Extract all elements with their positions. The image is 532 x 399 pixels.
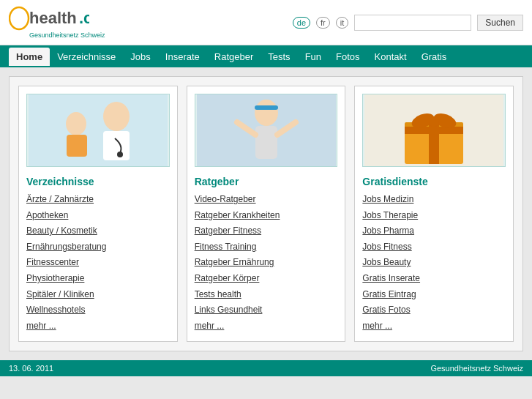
nav-item-gratis[interactable]: Gratis (414, 48, 454, 66)
footer-tagline: Gesundheitsnetz Schweiz (430, 364, 523, 373)
nav-item-jobs[interactable]: Jobs (123, 48, 157, 66)
svg-point-0 (10, 7, 29, 29)
card-link[interactable]: mehr ... (26, 318, 170, 335)
svg-rect-19 (405, 127, 463, 134)
svg-point-8 (117, 152, 123, 157)
svg-rect-11 (255, 105, 278, 110)
card-heading-0[interactable]: Verzeichnisse (26, 176, 170, 187)
card-link[interactable]: Wellnesshotels (26, 302, 170, 318)
logo[interactable]: health .ch (9, 6, 105, 34)
card-link[interactable]: Gratis Eintrag (362, 287, 506, 303)
card-link[interactable]: Fitnesscenter (26, 255, 170, 271)
card-link[interactable]: Spitäler / Kliniken (26, 287, 170, 303)
header: health .ch Gesundheitsnetz Schweiz de fr… (0, 0, 532, 45)
footer: 13. 06. 2011 Gesundheitsnetz Schweiz (0, 360, 532, 376)
card-link[interactable]: Beauty / Kosmetik (26, 223, 170, 239)
lang-de-button[interactable]: de (293, 17, 310, 29)
card-link[interactable]: Ratgeber Fitness (195, 223, 338, 239)
card-link[interactable]: Jobs Beauty (362, 255, 506, 271)
svg-point-4 (103, 102, 130, 131)
card-link[interactable]: Ernährungsberatung (26, 239, 170, 256)
card-link[interactable]: Jobs Fitness (362, 239, 506, 256)
lang-it-button[interactable]: it (336, 17, 349, 29)
card-link[interactable]: Jobs Medizin (362, 192, 506, 208)
logo-svg: health .ch (9, 6, 89, 31)
card-link[interactable]: Gratis Inserate (362, 271, 506, 287)
card-image-2 (362, 94, 506, 167)
card-link[interactable]: Video-Ratgeber (195, 192, 338, 208)
nav-item-fun[interactable]: Fun (298, 48, 329, 66)
svg-text:.ch: .ch (79, 9, 89, 27)
card-image-1 (195, 94, 338, 167)
svg-point-22 (429, 116, 439, 127)
svg-rect-7 (67, 135, 87, 157)
nav-item-home[interactable]: Home (9, 48, 50, 66)
svg-rect-12 (255, 126, 277, 159)
content-wrapper: VerzeichnisseÄrzte / ZahnärzteApothekenB… (9, 76, 523, 351)
card-link[interactable]: Ratgeber Ernährung (195, 255, 338, 271)
nav-item-kontakt[interactable]: Kontakt (367, 48, 414, 66)
header-right: de fr it Suchen (293, 15, 523, 31)
nav-item-ratgeber[interactable]: Ratgeber (207, 48, 261, 66)
card-heading-2[interactable]: Gratisdienste (362, 176, 506, 187)
card-link[interactable]: Fitness Training (195, 239, 338, 256)
svg-rect-3 (29, 94, 168, 166)
main-content: VerzeichnisseÄrzte / ZahnärzteApothekenB… (0, 67, 532, 360)
svg-point-6 (66, 112, 86, 135)
card-link[interactable]: mehr ... (362, 318, 506, 335)
main-nav: HomeVerzeichnisseJobsInserateRatgeberTes… (0, 45, 532, 67)
card-link[interactable]: Jobs Pharma (362, 223, 506, 239)
nav-item-inserate[interactable]: Inserate (158, 48, 207, 66)
card-link[interactable]: Ratgeber Krankheiten (195, 208, 338, 224)
card-ratgeber: RatgeberVideo-RatgeberRatgeber Krankheit… (187, 86, 346, 342)
card-gratisdienste: GratisdiensteJobs MedizinJobs TherapieJo… (354, 86, 514, 342)
card-link[interactable]: mehr ... (195, 318, 338, 335)
nav-item-tests[interactable]: Tests (261, 48, 297, 66)
svg-text:health: health (29, 9, 77, 27)
card-link[interactable]: Links Gesundheit (195, 302, 338, 318)
logo-subtitle: Gesundheitsnetz Schweiz (29, 31, 105, 39)
search-input[interactable] (354, 15, 471, 31)
card-heading-1[interactable]: Ratgeber (195, 176, 338, 187)
card-link[interactable]: Apotheken (26, 208, 170, 224)
logo-area: health .ch Gesundheitsnetz Schweiz (9, 6, 105, 39)
card-link[interactable]: Ärzte / Zahnärzte (26, 192, 170, 208)
svg-point-10 (255, 100, 278, 126)
footer-date: 13. 06. 2011 (9, 364, 53, 373)
card-link[interactable]: Ratgeber Körper (195, 271, 338, 287)
card-image-0 (26, 94, 170, 167)
lang-fr-button[interactable]: fr (316, 17, 330, 29)
card-link[interactable]: Gratis Fotos (362, 302, 506, 318)
svg-rect-5 (103, 131, 130, 160)
nav-item-fotos[interactable]: Fotos (329, 48, 367, 66)
nav-item-verzeichnisse[interactable]: Verzeichnisse (50, 48, 123, 66)
card-link[interactable]: Physiotherapie (26, 271, 170, 287)
card-link[interactable]: Tests health (195, 287, 338, 303)
card-link[interactable]: Jobs Therapie (362, 208, 506, 224)
search-button[interactable]: Suchen (477, 15, 523, 31)
card-verzeichnisse: VerzeichnisseÄrzte / ZahnärzteApothekenB… (18, 86, 178, 342)
